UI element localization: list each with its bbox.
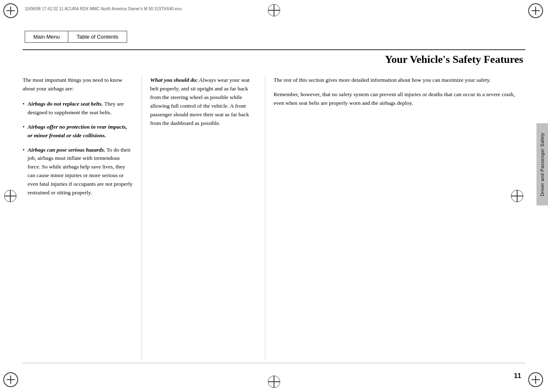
right-column: The rest of this section gives more deta…: [265, 76, 525, 359]
content-area: The most important things you need to kn…: [23, 76, 525, 359]
left-column: The most important things you need to kn…: [23, 76, 142, 359]
corner-decoration-tl: [3, 3, 20, 20]
table-of-contents-button[interactable]: Table of Contents: [68, 31, 127, 43]
corner-decoration-tr: [528, 3, 545, 20]
top-rule: [23, 49, 525, 50]
page: 10/06/08 17:42:32 11 ACURA RDX MMC North…: [0, 0, 548, 392]
top-metadata: 10/06/08 17:42:32 11 ACURA RDX MMC North…: [25, 7, 182, 11]
crosshair-left: [4, 190, 16, 202]
bullet-list: Airbags do not replace seat belts. They …: [23, 100, 133, 197]
bullet-3-bold: Airbags can pose serious hazards.: [28, 147, 105, 153]
bullet-1-bold: Airbags do not replace seat belts.: [28, 101, 103, 107]
crosshair-top: [268, 4, 280, 16]
crosshair-bottom: [268, 376, 280, 388]
side-tab-text: Driver and Passenger Safety: [540, 133, 545, 196]
bullet-3-normal: To do their job, airbags must inflate wi…: [28, 147, 132, 196]
what-text: Always wear your seat belt properly, and…: [150, 77, 250, 126]
nav-buttons: Main Menu Table of Contents: [25, 31, 127, 43]
bottom-rule: [23, 363, 525, 363]
page-title: Your Vehicle's Safety Features: [385, 53, 523, 66]
list-item-2: Airbags offer no protection in rear impa…: [23, 123, 133, 140]
main-menu-button[interactable]: Main Menu: [25, 31, 68, 43]
right-paragraph-2: Remember, however, that no safety system…: [274, 90, 525, 108]
page-number: 11: [514, 372, 521, 380]
bullet-2-bold: Airbags offer no protection in rear impa…: [28, 124, 127, 138]
side-tab: Driver and Passenger Safety: [536, 123, 548, 205]
corner-decoration-bl: [3, 372, 20, 389]
middle-text: What you should do: Always wear your sea…: [150, 76, 257, 128]
middle-column: What you should do: Always wear your sea…: [142, 76, 265, 359]
intro-text: The most important things you need to kn…: [23, 76, 133, 93]
list-item-1: Airbags do not replace seat belts. They …: [23, 100, 133, 117]
right-paragraph-1: The rest of this section gives more deta…: [274, 76, 525, 85]
list-item-3: Airbags can pose serious hazards. To do …: [23, 146, 133, 198]
what-label: What you should do:: [150, 77, 198, 83]
corner-decoration-br: [528, 372, 545, 389]
